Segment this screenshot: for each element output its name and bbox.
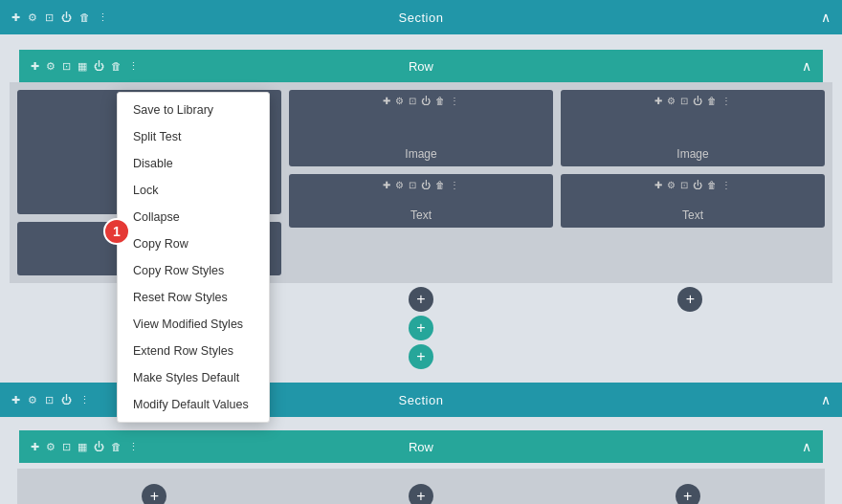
w2t-add-icon[interactable]: ✚ (383, 180, 390, 190)
section-2-collapse[interactable]: ∧ (821, 391, 831, 408)
widget-col3-image[interactable]: ✚ ⚙ ⊡ ⏻ 🗑 ⋮ Image (561, 90, 825, 166)
menu-item-copy-row-styles[interactable]: Copy Row Styles (118, 257, 269, 284)
w2t-power-icon[interactable]: ⏻ (421, 180, 431, 190)
row-1-collapse[interactable]: ∧ (802, 57, 811, 75)
empty-col-3: + (558, 476, 817, 504)
context-menu: Save to Library Split Test Disable Lock … (117, 92, 270, 423)
w3t-trash-icon[interactable]: 🗑 (707, 180, 717, 190)
w2t-trash-icon[interactable]: 🗑 (435, 180, 445, 190)
w2-dots-icon[interactable]: ⋮ (450, 96, 459, 106)
widget-col2-image[interactable]: ✚ ⚙ ⊡ ⏻ 🗑 ⋮ Image (289, 90, 553, 166)
menu-item-split-test[interactable]: Split Test (118, 123, 269, 150)
row-1-chevron-icon[interactable]: ∧ (802, 58, 811, 74)
w2-add-icon[interactable]: ✚ (383, 96, 390, 106)
row-power-icon[interactable]: ⏻ (94, 60, 104, 72)
r2-dots-icon[interactable]: ⋮ (128, 441, 139, 453)
plus-col-2: + + + (286, 287, 555, 369)
badge-number: 1 (103, 218, 130, 245)
section-power-icon[interactable]: ⏻ (61, 11, 72, 23)
widget-col3-text-toolbar: ✚ ⚙ ⊡ ⏻ 🗑 ⋮ (654, 180, 731, 190)
w2-save-icon[interactable]: ⊡ (409, 96, 416, 106)
section-add-icon[interactable]: ✚ (11, 11, 20, 24)
r2-gear-icon[interactable]: ⚙ (46, 441, 55, 453)
row-dots-icon[interactable]: ⋮ (128, 60, 139, 73)
w3t-add-icon[interactable]: ✚ (654, 180, 662, 190)
row-gear-icon[interactable]: ⚙ (46, 60, 55, 73)
section-2-bar-icons: ✚ ⚙ ⊡ ⏻ ⋮ (11, 394, 90, 406)
row-trash-icon[interactable]: 🗑 (111, 60, 122, 72)
menu-item-copy-row[interactable]: Copy Row (118, 230, 269, 257)
section-1-bar-icons: ✚ ⚙ ⊡ ⏻ 🗑 ⋮ (11, 11, 108, 24)
menu-item-extend-row-styles[interactable]: Extend Row Styles (118, 338, 269, 364)
row-save-icon[interactable]: ⊡ (62, 60, 71, 73)
w3-add-icon[interactable]: ✚ (654, 96, 662, 106)
r2-grid-icon[interactable]: ▦ (78, 441, 87, 453)
row-grid-icon[interactable]: ▦ (78, 60, 87, 73)
menu-item-collapse[interactable]: Collapse (118, 204, 269, 230)
plus-col-3: + (556, 287, 825, 369)
section-gear-icon[interactable]: ⚙ (28, 11, 37, 24)
section-1-collapse[interactable]: ∧ (821, 9, 831, 26)
widget-col2-text-toolbar: ✚ ⚙ ⊡ ⏻ 🗑 ⋮ (383, 180, 459, 190)
empty-row-content: + + + + + (10, 463, 832, 504)
w3t-power-icon[interactable]: ⏻ (693, 180, 702, 190)
w2-power-icon[interactable]: ⏻ (421, 96, 431, 106)
w2t-dots-icon[interactable]: ⋮ (450, 180, 459, 190)
row-2-collapse[interactable]: ∧ (802, 438, 811, 455)
plus-btn-col2-2[interactable]: + (409, 316, 433, 340)
section-trash-icon[interactable]: 🗑 (79, 11, 90, 23)
menu-item-modify-default-values[interactable]: Modify Default Values (118, 391, 269, 418)
r2-power-icon[interactable]: ⏻ (94, 441, 104, 452)
widget-col3-image-label: Image (676, 119, 708, 161)
menu-item-view-modified-styles[interactable]: View Modified Styles (118, 311, 269, 338)
w3-save-icon[interactable]: ⊡ (680, 96, 688, 106)
empty-plus-1[interactable]: + (142, 484, 166, 504)
w3t-dots-icon[interactable]: ⋮ (721, 180, 731, 190)
w2t-gear-icon[interactable]: ⚙ (395, 180, 404, 190)
w3-power-icon[interactable]: ⏻ (693, 96, 702, 106)
w2t-save-icon[interactable]: ⊡ (409, 180, 416, 190)
row-2-title: Row (409, 440, 433, 454)
plus-btn-col2-1[interactable]: + (409, 287, 433, 312)
menu-item-lock[interactable]: Lock (118, 177, 269, 204)
section-2-chevron-icon[interactable]: ∧ (821, 392, 831, 407)
menu-item-save-to-library[interactable]: Save to Library (118, 97, 269, 123)
s2-power-icon[interactable]: ⏻ (61, 394, 72, 405)
empty-plus-2[interactable]: + (409, 484, 433, 504)
plus-btn-col3-1[interactable]: + (677, 287, 702, 312)
r2-save-icon[interactable]: ⊡ (62, 441, 71, 453)
section-dots-icon[interactable]: ⋮ (98, 11, 108, 24)
plus-btn-col2-3[interactable]: + (409, 344, 433, 369)
empty-col-2: + (292, 476, 551, 504)
w2-trash-icon[interactable]: 🗑 (435, 96, 445, 106)
r2-add-icon[interactable]: ✚ (31, 441, 39, 453)
widget-col3-text[interactable]: ✚ ⚙ ⊡ ⏻ 🗑 ⋮ Text (561, 174, 825, 228)
w3-dots-icon[interactable]: ⋮ (721, 96, 731, 106)
w3t-gear-icon[interactable]: ⚙ (667, 180, 676, 190)
page-container: ✚ ⚙ ⊡ ⏻ 🗑 ⋮ Section ∧ ✚ ⚙ ⊡ ▦ ⏻ (0, 0, 842, 504)
w2-gear-icon[interactable]: ⚙ (395, 96, 404, 106)
menu-item-reset-row-styles[interactable]: Reset Row Styles (118, 284, 269, 311)
section-2-title: Section (399, 393, 444, 407)
menu-item-disable[interactable]: Disable (118, 150, 269, 177)
w3t-save-icon[interactable]: ⊡ (680, 180, 688, 190)
section-1-chevron-icon[interactable]: ∧ (821, 10, 831, 25)
row-2-chevron-icon[interactable]: ∧ (802, 439, 811, 454)
section-1-title: Section (399, 11, 444, 25)
s2-dots-icon[interactable]: ⋮ (79, 394, 90, 406)
empty-plus-3[interactable]: + (676, 484, 700, 504)
section-save-icon[interactable]: ⊡ (45, 11, 54, 24)
section-2-content: ✚ ⚙ ⊡ ▦ ⏻ 🗑 ⋮ Row ∧ + (0, 417, 842, 504)
s2-save-icon[interactable]: ⊡ (45, 394, 54, 406)
widget-col2-image-label: Image (405, 119, 436, 161)
s2-add-icon[interactable]: ✚ (11, 394, 20, 406)
s2-gear-icon[interactable]: ⚙ (28, 394, 37, 406)
row-add-icon[interactable]: ✚ (31, 60, 39, 73)
widget-col3-image-toolbar: ✚ ⚙ ⊡ ⏻ 🗑 ⋮ (654, 96, 731, 106)
w3-gear-icon[interactable]: ⚙ (667, 96, 676, 106)
widget-col2-text[interactable]: ✚ ⚙ ⊡ ⏻ 🗑 ⋮ Text (289, 174, 553, 228)
menu-item-make-styles-default[interactable]: Make Styles Default (118, 364, 269, 391)
w3-trash-icon[interactable]: 🗑 (707, 96, 717, 106)
row-1-title: Row (409, 59, 433, 74)
r2-trash-icon[interactable]: 🗑 (111, 441, 122, 452)
